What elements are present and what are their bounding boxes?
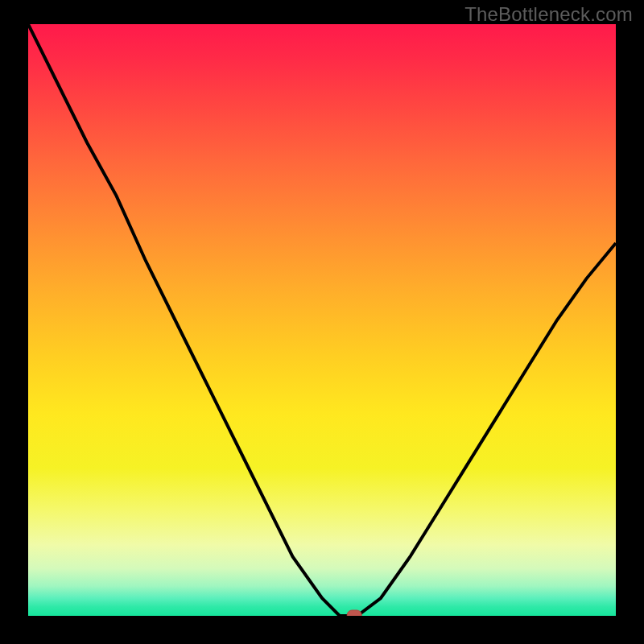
optimal-point-marker <box>347 610 361 616</box>
plot-frame <box>28 24 616 616</box>
chart-container: TheBottleneck.com <box>0 0 644 644</box>
plot-svg <box>28 24 616 616</box>
watermark-text: TheBottleneck.com <box>464 3 633 26</box>
bottleneck-curve-line <box>28 24 616 616</box>
